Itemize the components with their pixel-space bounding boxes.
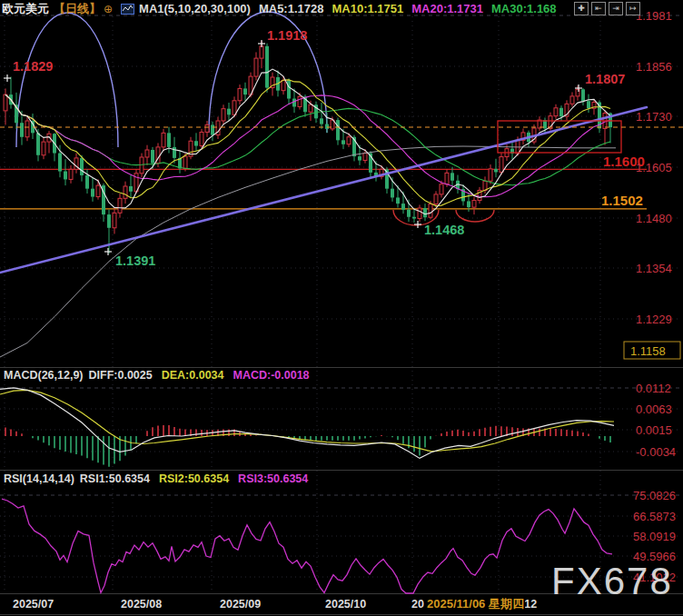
price-axis-tick: 1.1856 [636, 60, 672, 74]
price-axis-layer: 1.19811.18561.17301.16051.14801.13541.12… [624, 9, 680, 584]
ma5-value: MA5:1.1728 [259, 2, 324, 15]
rsi-axis-tick: 66.5873 [633, 510, 676, 523]
price-chart-canvas[interactable]: 1.18291.19181.18071.13911.14681.16001.15… [0, 0, 683, 616]
price-axis-tick: 1.1730 [636, 110, 672, 124]
rsi-panel-header: RSI(14,14,14) RSI1:50.6354 RSI2:50.6354 … [4, 472, 308, 485]
macd-title: MACD(26,12,9) [4, 369, 84, 382]
high-price-label: 1.1829 [13, 59, 53, 74]
chart-window: 1.18291.19181.18071.13911.14681.16001.15… [0, 0, 683, 616]
grid-layer [0, 15, 683, 615]
rsi1-value: RSI1:50.6354 [80, 472, 150, 485]
x-axis-month-label: 2025/08 [121, 598, 162, 611]
high-price-label: 1.1918 [267, 28, 307, 43]
low-price-label: 1.1468 [424, 223, 464, 237]
rsi2-value: RSI2:50.6354 [159, 472, 229, 485]
rsi-panel-layer [2, 499, 612, 593]
timeframe-label[interactable]: 【日线】 [54, 1, 101, 17]
date-crosshair-tooltip: 2025/11/06 星期四 [427, 597, 524, 611]
x-axis-month-label: 2025/07 [13, 598, 54, 611]
ma-lines-layer [0, 69, 616, 357]
price-axis-tick: 1.1354 [636, 262, 672, 275]
macd-axis-tick: 0.0063 [636, 402, 672, 416]
chart-toolbar: ✚ ⇤ ⇥ ↦ [574, 2, 640, 15]
macd-axis-tick: 0.0112 [636, 382, 671, 395]
support-line-label: 1.1502 [601, 193, 643, 208]
macd-axis-tick: 0.0015 [636, 423, 672, 437]
macd-panel-header: MACD(26,12,9) DIFF:0.0025 DEA:0.0034 MAC… [4, 369, 310, 382]
rsi3-value: RSI3:50.6354 [238, 472, 308, 485]
circle-plus-icon[interactable]: ⊕ [104, 3, 113, 15]
low-price-label: 1.1391 [115, 253, 155, 268]
ma30-value: MA30:1.168 [491, 2, 557, 15]
macd-diff-value: DIFF:0.0025 [89, 369, 153, 382]
rsi-axis-tick: 58.0919 [633, 530, 676, 543]
drawn-arcs-layer [16, 12, 494, 225]
rsi-axis-tick: 75.0826 [633, 489, 676, 502]
scale-anchor-price-label: 1.1158 [630, 344, 666, 358]
x-axis-month-label: 2025/09 [220, 598, 261, 611]
ma20-value: MA20:1.1731 [411, 2, 483, 15]
macd-value: MACD:-0.0018 [233, 369, 310, 382]
high-price-label: 1.1807 [585, 72, 625, 86]
x-axis-month-label: 2025/10 [325, 598, 366, 611]
macd-dea-value: DEA:0.0034 [162, 369, 224, 382]
ma-group-label: MA1(5,10,20,30,100) [139, 2, 251, 15]
price-axis-tick: 1.1605 [636, 161, 672, 174]
ma10-value: MA10:1.1751 [332, 2, 403, 15]
price-axis-tick: 1.1229 [636, 313, 672, 326]
scroll-right-icon[interactable]: ⇥ [609, 2, 623, 15]
go-latest-icon[interactable]: ↦ [626, 2, 640, 15]
price-axis-tick: 1.1981 [636, 9, 672, 23]
macd-axis-tick: -0.0034 [636, 445, 676, 459]
macd-panel-layer [0, 388, 614, 467]
x-axis-layer: 2025/072025/082025/092025/102025/112025/… [13, 595, 537, 611]
watermark: FX678 [551, 560, 673, 602]
rsi-title: RSI(14,14,14) [4, 472, 74, 485]
pan-icon[interactable]: ✚ [574, 2, 589, 15]
price-axis-tick: 1.1480 [636, 212, 672, 225]
fit-x-axis-icon[interactable]: ⇤ [591, 2, 606, 15]
symbol-name: 欧元美元 [2, 1, 49, 17]
chart-header: 欧元美元 【日线】 ⊕ MA1(5,10,20,30,100) MA5:1.17… [2, 1, 557, 16]
candlestick-chart-icon[interactable] [121, 4, 134, 15]
